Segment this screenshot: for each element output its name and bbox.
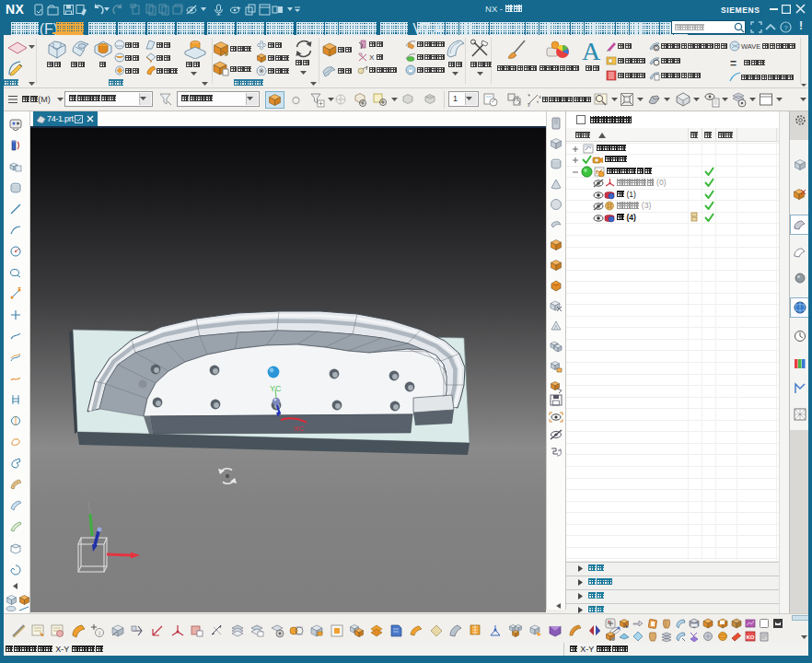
svg-text:y: y	[528, 101, 530, 107]
svg-text:i: i	[99, 630, 101, 636]
svg-text:XC: XC	[294, 425, 304, 433]
svg-text:KO: KO	[747, 634, 755, 640]
svg-text:x: x	[539, 94, 541, 99]
svg-text:?: ?	[783, 24, 788, 32]
svg-text:YC: YC	[270, 384, 282, 393]
svg-text:O: O	[655, 45, 658, 51]
